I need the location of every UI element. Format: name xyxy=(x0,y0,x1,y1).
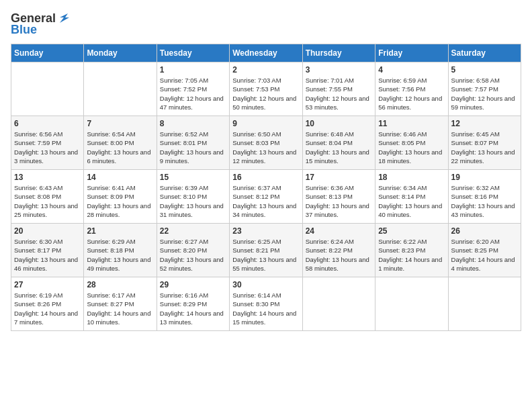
calendar-week-2: 6Sunrise: 6:56 AMSunset: 7:59 PMDaylight… xyxy=(11,116,521,170)
calendar-table: SundayMondayTuesdayWednesdayThursdayFrid… xyxy=(11,44,521,331)
day-info: Sunrise: 6:17 AMSunset: 8:27 PMDaylight:… xyxy=(87,291,153,326)
day-info: Sunrise: 6:58 AMSunset: 7:57 PMDaylight:… xyxy=(451,76,518,111)
calendar-cell: 30Sunrise: 6:14 AMSunset: 8:30 PMDayligh… xyxy=(230,277,302,331)
day-info: Sunrise: 6:24 AMSunset: 8:22 PMDaylight:… xyxy=(306,237,372,273)
day-number: 16 xyxy=(232,173,299,182)
header-day-sunday: Sunday xyxy=(11,44,84,62)
day-info: Sunrise: 6:25 AMSunset: 8:21 PMDaylight:… xyxy=(232,237,299,273)
calendar-cell: 11Sunrise: 6:46 AMSunset: 8:05 PMDayligh… xyxy=(375,116,448,170)
calendar-cell xyxy=(448,277,521,331)
day-info: Sunrise: 6:29 AMSunset: 8:18 PMDaylight:… xyxy=(87,237,153,273)
logo-text: General Blue xyxy=(11,11,72,37)
day-number: 17 xyxy=(306,173,372,182)
day-number: 18 xyxy=(378,173,445,182)
calendar-cell: 19Sunrise: 6:32 AMSunset: 8:16 PMDayligh… xyxy=(448,170,521,224)
day-number: 9 xyxy=(232,119,299,128)
day-info: Sunrise: 6:20 AMSunset: 8:25 PMDaylight:… xyxy=(451,237,518,273)
day-info: Sunrise: 6:32 AMSunset: 8:16 PMDaylight:… xyxy=(451,183,518,219)
day-info: Sunrise: 7:01 AMSunset: 7:55 PMDaylight:… xyxy=(306,76,372,111)
calendar-week-5: 27Sunrise: 6:19 AMSunset: 8:26 PMDayligh… xyxy=(11,277,521,331)
calendar-cell: 15Sunrise: 6:39 AMSunset: 8:10 PMDayligh… xyxy=(157,170,229,224)
day-number: 25 xyxy=(378,226,445,236)
day-number: 21 xyxy=(87,226,153,236)
day-number: 8 xyxy=(160,119,226,128)
day-info: Sunrise: 6:52 AMSunset: 8:01 PMDaylight:… xyxy=(160,130,226,165)
logo-icon xyxy=(57,11,72,26)
calendar-header: SundayMondayTuesdayWednesdayThursdayFrid… xyxy=(11,44,521,62)
day-info: Sunrise: 6:50 AMSunset: 8:03 PMDaylight:… xyxy=(232,130,299,165)
day-info: Sunrise: 7:03 AMSunset: 7:53 PMDaylight:… xyxy=(232,76,299,111)
logo: General Blue xyxy=(11,11,72,37)
calendar-cell: 21Sunrise: 6:29 AMSunset: 8:18 PMDayligh… xyxy=(84,224,157,277)
day-info: Sunrise: 6:56 AMSunset: 7:59 PMDaylight:… xyxy=(14,130,81,165)
day-number: 23 xyxy=(232,226,299,236)
calendar-cell: 7Sunrise: 6:54 AMSunset: 8:00 PMDaylight… xyxy=(84,116,157,170)
day-info: Sunrise: 6:41 AMSunset: 8:09 PMDaylight:… xyxy=(87,183,153,219)
calendar-cell: 8Sunrise: 6:52 AMSunset: 8:01 PMDaylight… xyxy=(157,116,229,170)
day-number: 11 xyxy=(378,119,445,128)
calendar-cell: 17Sunrise: 6:36 AMSunset: 8:13 PMDayligh… xyxy=(302,170,375,224)
day-number: 28 xyxy=(87,280,153,289)
day-info: Sunrise: 6:48 AMSunset: 8:04 PMDaylight:… xyxy=(306,130,372,165)
header-day-tuesday: Tuesday xyxy=(157,44,229,62)
calendar-cell xyxy=(11,62,84,116)
day-number: 19 xyxy=(451,173,518,182)
day-number: 12 xyxy=(451,119,518,128)
day-number: 20 xyxy=(14,226,81,236)
calendar-cell: 3Sunrise: 7:01 AMSunset: 7:55 PMDaylight… xyxy=(302,62,375,116)
day-number: 29 xyxy=(160,280,226,289)
day-number: 10 xyxy=(306,119,372,128)
calendar-cell: 5Sunrise: 6:58 AMSunset: 7:57 PMDaylight… xyxy=(448,62,521,116)
day-number: 2 xyxy=(232,65,299,75)
page-header: General Blue xyxy=(11,11,521,37)
calendar-cell: 9Sunrise: 6:50 AMSunset: 8:03 PMDaylight… xyxy=(230,116,302,170)
day-info: Sunrise: 6:16 AMSunset: 8:29 PMDaylight:… xyxy=(160,291,226,326)
calendar-cell: 13Sunrise: 6:43 AMSunset: 8:08 PMDayligh… xyxy=(11,170,84,224)
header-day-thursday: Thursday xyxy=(302,44,375,62)
calendar-cell: 16Sunrise: 6:37 AMSunset: 8:12 PMDayligh… xyxy=(230,170,302,224)
calendar-week-4: 20Sunrise: 6:30 AMSunset: 8:17 PMDayligh… xyxy=(11,224,521,277)
header-row: SundayMondayTuesdayWednesdayThursdayFrid… xyxy=(11,44,521,62)
day-number: 27 xyxy=(14,280,81,289)
day-number: 26 xyxy=(451,226,518,236)
day-number: 6 xyxy=(14,119,81,128)
day-info: Sunrise: 6:39 AMSunset: 8:10 PMDaylight:… xyxy=(160,183,226,219)
day-info: Sunrise: 6:30 AMSunset: 8:17 PMDaylight:… xyxy=(14,237,81,273)
calendar-cell: 25Sunrise: 6:22 AMSunset: 8:23 PMDayligh… xyxy=(375,224,448,277)
day-info: Sunrise: 6:46 AMSunset: 8:05 PMDaylight:… xyxy=(378,130,445,165)
day-number: 1 xyxy=(160,65,226,75)
day-info: Sunrise: 6:19 AMSunset: 8:26 PMDaylight:… xyxy=(14,291,81,326)
calendar-cell xyxy=(84,62,157,116)
calendar-cell: 14Sunrise: 6:41 AMSunset: 8:09 PMDayligh… xyxy=(84,170,157,224)
header-day-friday: Friday xyxy=(375,44,448,62)
calendar-cell: 26Sunrise: 6:20 AMSunset: 8:25 PMDayligh… xyxy=(448,224,521,277)
day-info: Sunrise: 6:27 AMSunset: 8:20 PMDaylight:… xyxy=(160,237,226,273)
day-number: 5 xyxy=(451,65,518,75)
calendar-cell: 22Sunrise: 6:27 AMSunset: 8:20 PMDayligh… xyxy=(157,224,229,277)
day-info: Sunrise: 6:45 AMSunset: 8:07 PMDaylight:… xyxy=(451,130,518,165)
day-number: 15 xyxy=(160,173,226,182)
day-number: 30 xyxy=(232,280,299,289)
day-info: Sunrise: 7:05 AMSunset: 7:52 PMDaylight:… xyxy=(160,76,226,111)
calendar-cell: 28Sunrise: 6:17 AMSunset: 8:27 PMDayligh… xyxy=(84,277,157,331)
header-day-monday: Monday xyxy=(84,44,157,62)
day-info: Sunrise: 6:36 AMSunset: 8:13 PMDaylight:… xyxy=(306,183,372,219)
calendar-cell: 1Sunrise: 7:05 AMSunset: 7:52 PMDaylight… xyxy=(157,62,229,116)
calendar-cell xyxy=(375,277,448,331)
calendar-cell: 20Sunrise: 6:30 AMSunset: 8:17 PMDayligh… xyxy=(11,224,84,277)
calendar-cell: 27Sunrise: 6:19 AMSunset: 8:26 PMDayligh… xyxy=(11,277,84,331)
day-number: 14 xyxy=(87,173,153,182)
calendar-cell: 4Sunrise: 6:59 AMSunset: 7:56 PMDaylight… xyxy=(375,62,448,116)
header-day-wednesday: Wednesday xyxy=(230,44,302,62)
calendar-cell: 6Sunrise: 6:56 AMSunset: 7:59 PMDaylight… xyxy=(11,116,84,170)
day-number: 13 xyxy=(14,173,81,182)
calendar-cell: 23Sunrise: 6:25 AMSunset: 8:21 PMDayligh… xyxy=(230,224,302,277)
day-number: 4 xyxy=(378,65,445,75)
day-info: Sunrise: 6:37 AMSunset: 8:12 PMDaylight:… xyxy=(232,183,299,219)
calendar-cell: 10Sunrise: 6:48 AMSunset: 8:04 PMDayligh… xyxy=(302,116,375,170)
calendar-cell: 29Sunrise: 6:16 AMSunset: 8:29 PMDayligh… xyxy=(157,277,229,331)
calendar-week-3: 13Sunrise: 6:43 AMSunset: 8:08 PMDayligh… xyxy=(11,170,521,224)
calendar-cell xyxy=(302,277,375,331)
day-info: Sunrise: 6:54 AMSunset: 8:00 PMDaylight:… xyxy=(87,130,153,165)
header-day-saturday: Saturday xyxy=(448,44,521,62)
